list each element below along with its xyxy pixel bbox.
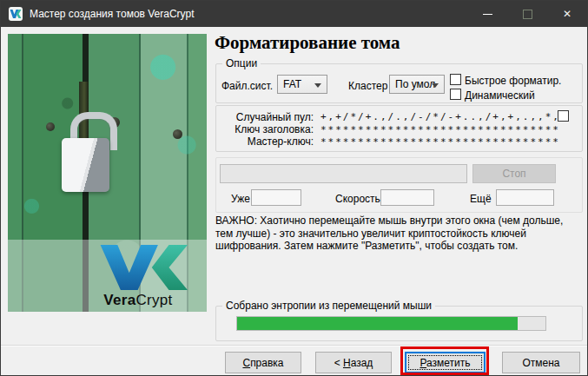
window-title: Мастер создания томов VeraCrypt [30, 8, 195, 20]
format-progressbar [220, 164, 467, 183]
window-controls: ✕ [467, 1, 587, 27]
wizard-sidebar-image: VeraCrypt [8, 34, 207, 312]
quick-format-label: Быстрое форматир. [465, 75, 561, 87]
master-key-value: ******************************** [320, 136, 560, 148]
filesystem-value: FAT [283, 78, 301, 90]
dynamic-checkbox[interactable] [450, 89, 461, 100]
header-key-label: Ключ заголовка: [218, 123, 314, 135]
veracrypt-wordmark: VeraCrypt [84, 292, 192, 309]
chevron-down-icon [432, 83, 439, 88]
veracrypt-logo-icon [9, 7, 23, 21]
veracrypt-wizard-window: Мастер создания томов VeraCrypt ✕ [0, 0, 588, 376]
options-legend: Опции [222, 57, 261, 69]
veracrypt-logo [95, 245, 190, 290]
cluster-select[interactable]: По умол [389, 75, 445, 94]
entropy-groupbox: Собрано энтропии из перемещений мыши [215, 306, 583, 341]
maximize-icon [523, 10, 532, 19]
minimize-button[interactable] [467, 1, 507, 27]
random-pool-label: Случайный пул: [218, 111, 314, 123]
footer-separator [1, 345, 588, 346]
chevron-down-icon [314, 83, 321, 88]
done-field [251, 189, 301, 206]
entropy-legend: Собрано энтропии из перемещений мыши [222, 300, 435, 312]
left-label: Ещё [470, 193, 492, 205]
random-pool-value: +,+/*/+.,/.,/-/*/-+..,/+,+,.,,*,… [320, 111, 568, 122]
stop-button: Стоп [472, 164, 556, 183]
cluster-label: Кластер [348, 80, 387, 92]
done-label: Уже [231, 193, 250, 205]
master-key-label: Мастер-ключ: [218, 135, 314, 148]
minimize-icon [483, 14, 492, 15]
important-notice: ВАЖНО: Хаотично перемещайте мышь внутри … [215, 214, 578, 253]
speed-label: Скорость [335, 193, 380, 205]
entropy-fill [237, 317, 518, 330]
header-key-value: ******************************** [320, 124, 560, 135]
dynamic-label: Динамический [465, 89, 535, 102]
door-bolt-icon [173, 129, 182, 139]
filesystem-select[interactable]: FAT [277, 75, 327, 94]
close-button[interactable]: ✕ [547, 1, 587, 27]
left-field [496, 189, 554, 206]
cluster-value: По умол [395, 78, 435, 90]
page-title: Форматирование тома [215, 32, 400, 54]
help-button[interactable]: Справка [225, 352, 301, 373]
titlebar[interactable]: Мастер создания томов VeraCrypt ✕ [1, 1, 587, 27]
padlock-icon [62, 138, 109, 192]
format-button[interactable]: Разметить [405, 352, 486, 373]
speed-field [380, 189, 434, 206]
back-button[interactable]: < Назад [315, 352, 392, 373]
entropy-progressbar [236, 316, 546, 331]
show-pool-checkbox[interactable] [558, 110, 569, 122]
maximize-button [507, 1, 547, 27]
quick-format-checkbox[interactable] [450, 74, 461, 85]
close-icon: ✕ [563, 9, 571, 19]
door-bolt-icon [46, 122, 55, 131]
filesystem-label: Файл.сист. [221, 80, 273, 92]
cancel-button[interactable]: Отмена [502, 352, 580, 373]
